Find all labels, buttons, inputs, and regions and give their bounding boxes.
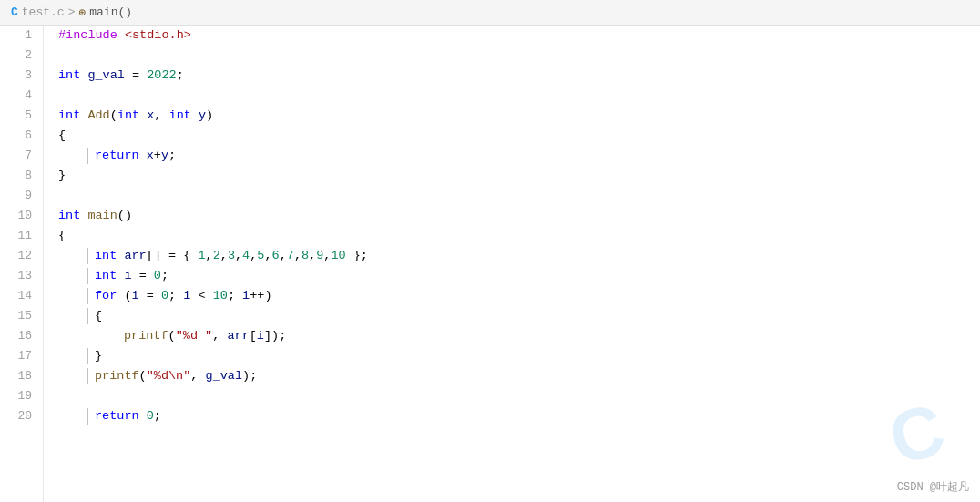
code-token: 2 bbox=[213, 246, 220, 266]
vertical-line bbox=[117, 328, 118, 344]
code-token: g_val bbox=[87, 66, 125, 86]
code-token: int bbox=[58, 206, 80, 226]
code-token: printf bbox=[124, 326, 168, 346]
code-token: , bbox=[206, 246, 213, 266]
table-row: { bbox=[58, 306, 980, 326]
line-number: 17 bbox=[7, 346, 32, 366]
code-token: + bbox=[154, 146, 161, 166]
code-token: return bbox=[95, 406, 139, 426]
code-token: 6 bbox=[272, 246, 280, 266]
code-token: , bbox=[220, 246, 228, 266]
code-token: <stdio.h> bbox=[125, 26, 191, 46]
code-token: 0 bbox=[161, 286, 168, 306]
code-token: ; bbox=[228, 286, 242, 306]
code-token: ; bbox=[161, 266, 168, 286]
code-token bbox=[80, 66, 87, 86]
line-numbers: 1234567891011121314151617181920 bbox=[0, 26, 44, 502]
code-token: for bbox=[95, 286, 117, 306]
code-token: , bbox=[235, 246, 242, 266]
code-token: = bbox=[125, 66, 147, 86]
line-number: 7 bbox=[7, 146, 32, 166]
breadcrumb-sep1: > bbox=[68, 5, 76, 19]
code-token bbox=[80, 206, 87, 226]
code-token bbox=[139, 146, 147, 166]
line-number: 5 bbox=[7, 106, 32, 126]
editor-container: C test.c > ⊕ main() 12345678910111213141… bbox=[0, 0, 980, 502]
code-token: ( bbox=[139, 366, 147, 386]
code-token: return bbox=[95, 146, 139, 166]
code-token: ; bbox=[154, 406, 161, 426]
code-token bbox=[139, 406, 147, 426]
code-token: } bbox=[95, 346, 102, 366]
code-token: , bbox=[294, 246, 301, 266]
table-row: for (i = 0; i < 10; i++) bbox=[58, 286, 980, 306]
code-token: ( bbox=[117, 286, 131, 306]
code-token: ; bbox=[177, 66, 184, 86]
table-row: return 0; bbox=[58, 406, 980, 426]
line-number: 2 bbox=[7, 46, 32, 66]
code-token: "%d\n" bbox=[147, 366, 191, 386]
code-token: 4 bbox=[242, 246, 250, 266]
code-token: printf bbox=[95, 366, 139, 386]
code-token: , bbox=[154, 106, 168, 126]
code-token: }; bbox=[346, 246, 368, 266]
line-number: 3 bbox=[7, 66, 32, 86]
code-token: g_val bbox=[206, 366, 243, 386]
code-token: #include bbox=[58, 26, 117, 46]
code-token: arr bbox=[227, 326, 249, 346]
vertical-line bbox=[87, 288, 89, 304]
code-token: 2022 bbox=[147, 66, 176, 86]
code-token: 7 bbox=[287, 246, 294, 266]
csdn-badge: CSDN @叶超凡 bbox=[897, 479, 969, 495]
code-token: { bbox=[58, 126, 66, 146]
code-token: [] = { bbox=[147, 246, 199, 266]
code-token: main bbox=[87, 206, 117, 226]
code-token: , bbox=[309, 246, 316, 266]
table-row: int arr[] = { 1,2,3,4,5,6,7,8,9,10 }; bbox=[58, 246, 980, 266]
table-row: int i = 0; bbox=[58, 266, 980, 286]
code-token: , bbox=[323, 246, 331, 266]
code-token: y bbox=[199, 106, 206, 126]
code-token: = bbox=[139, 286, 161, 306]
code-token: ( bbox=[168, 326, 176, 346]
code-token bbox=[80, 106, 87, 126]
code-lines[interactable]: #include <stdio.h>int g_val = 2022;int A… bbox=[44, 26, 980, 502]
code-token: { bbox=[58, 226, 66, 246]
code-token: ; bbox=[168, 286, 183, 306]
code-token: "%d " bbox=[176, 326, 213, 346]
code-token: , bbox=[212, 326, 227, 346]
table-row: } bbox=[58, 346, 980, 366]
breadcrumb-file: test.c bbox=[22, 5, 65, 19]
breadcrumb: C test.c > ⊕ main() bbox=[0, 0, 980, 26]
vertical-line bbox=[87, 148, 89, 164]
code-token: , bbox=[250, 246, 257, 266]
code-token: ( bbox=[110, 106, 117, 126]
code-token: 1 bbox=[198, 246, 205, 266]
code-token: < bbox=[190, 286, 212, 306]
table-row: int Add(int x, int y) bbox=[58, 106, 980, 126]
code-token bbox=[117, 266, 124, 286]
code-token bbox=[139, 106, 147, 126]
code-token: } bbox=[58, 166, 66, 186]
code-token: ) bbox=[206, 106, 213, 126]
table-row: { bbox=[58, 226, 980, 246]
code-token bbox=[117, 246, 124, 266]
table-row bbox=[58, 386, 980, 406]
line-number: 20 bbox=[7, 406, 32, 426]
code-token: , bbox=[190, 366, 205, 386]
vertical-line bbox=[87, 268, 89, 284]
line-number: 13 bbox=[7, 266, 32, 286]
code-area[interactable]: 1234567891011121314151617181920 #include… bbox=[0, 26, 980, 502]
code-token: y bbox=[161, 146, 168, 166]
vertical-line bbox=[87, 368, 89, 384]
code-token: Add bbox=[87, 106, 109, 126]
code-token: 3 bbox=[228, 246, 235, 266]
vertical-line bbox=[87, 408, 89, 425]
code-token: int bbox=[169, 106, 191, 126]
code-token: i bbox=[124, 266, 131, 286]
code-token: ; bbox=[168, 146, 176, 166]
code-token: ); bbox=[242, 366, 257, 386]
code-token: 9 bbox=[316, 246, 323, 266]
code-token: int bbox=[95, 246, 117, 266]
code-token: i bbox=[242, 286, 250, 306]
